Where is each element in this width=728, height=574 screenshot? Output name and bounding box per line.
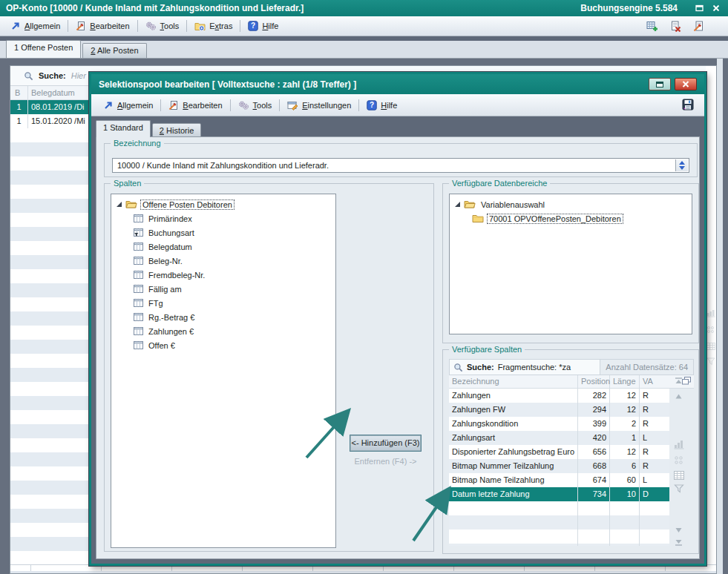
cell-empty bbox=[578, 544, 610, 546]
columns-icon bbox=[134, 326, 143, 336]
cell-laenge: 1 bbox=[610, 431, 640, 445]
spinner-down-icon[interactable] bbox=[679, 166, 685, 170]
tree-node-beleg-nr-label: Beleg-Nr. bbox=[146, 256, 185, 266]
spalten-row-disponierter-zahlungsbetrag-euro[interactable]: Disponierter Zahlungsbetrag Euro65612R bbox=[449, 445, 669, 459]
tree-node-ftg[interactable]: FTg bbox=[111, 296, 335, 310]
cell-laenge: 60 bbox=[610, 473, 640, 487]
column-header-laenge[interactable]: Länge bbox=[610, 375, 640, 388]
column-header-position[interactable]: Position bbox=[578, 375, 610, 388]
columns-icon bbox=[134, 298, 143, 308]
hinzufuegen-button[interactable]: <- Hinzufügen (F3) bbox=[350, 435, 422, 452]
gears-icon bbox=[238, 100, 249, 110]
dots-grid-icon[interactable] bbox=[674, 455, 684, 467]
menu-tools[interactable]: Tools bbox=[140, 19, 186, 33]
posten-row-belegdatum: 08.01.2019 /Di bbox=[31, 102, 85, 111]
window-restore-button[interactable] bbox=[693, 3, 706, 14]
dialog-restore-button[interactable] bbox=[649, 78, 671, 90]
tree-node-variablenauswahl-label: Variablenauswahl bbox=[479, 199, 547, 210]
menu-hilfe[interactable]: ?Hilfe bbox=[242, 19, 284, 33]
column-header-va[interactable]: VA bbox=[640, 375, 668, 388]
spalten-row-bitmap-nummer-teilzahlung[interactable]: Bitmap Nummer Teilzahlung6686R bbox=[449, 459, 669, 473]
menu-allgemein[interactable]: Allgemein bbox=[4, 19, 66, 33]
cell-bezeichnung: Zahlungen bbox=[449, 389, 578, 403]
expand-icon[interactable] bbox=[116, 201, 122, 208]
table-icon[interactable] bbox=[674, 470, 684, 482]
cell-empty bbox=[610, 515, 640, 530]
expand-icon[interactable] bbox=[454, 201, 461, 208]
dialog-menu-einstellungen[interactable]: Einstellungen bbox=[281, 98, 357, 113]
dialog-close-button[interactable] bbox=[675, 78, 697, 90]
scroll-up-icon[interactable] bbox=[674, 393, 683, 402]
scroll-down-icon[interactable] bbox=[674, 527, 683, 535]
cell-position: 734 bbox=[578, 487, 610, 501]
tree-node-beleg-nr[interactable]: Beleg-Nr. bbox=[111, 254, 335, 268]
tree-node-fremdbeleg-nr[interactable]: Fremdbeleg-Nr. bbox=[111, 268, 335, 282]
spinner-up-icon[interactable] bbox=[679, 161, 685, 165]
tab-alle-posten[interactable]: 2 Alle Posten bbox=[82, 43, 146, 58]
spalten-row-zahlungskondition[interactable]: Zahlungskondition3992R bbox=[449, 417, 669, 431]
tree-node-rg-betrag[interactable]: Rg.-Betrag € bbox=[111, 310, 335, 324]
bottom-stripe bbox=[10, 571, 716, 573]
spalten-row-zahlungen-fw[interactable]: Zahlungen FW29412R bbox=[449, 403, 669, 417]
tab-offene-posten[interactable]: 1 Offene Posten bbox=[6, 40, 81, 58]
datenbereiche-tree[interactable]: Variablenauswahl70001 OPVOffenePosten_De… bbox=[449, 194, 692, 334]
cell-bezeichnung: Datum letzte Zahlung bbox=[449, 487, 578, 501]
funnel-icon[interactable] bbox=[706, 357, 715, 367]
dialog-menu-allgemein[interactable]: Allgemein bbox=[97, 98, 159, 113]
chart-icon[interactable] bbox=[706, 309, 715, 319]
save-button[interactable] bbox=[682, 99, 698, 112]
dialog-menu-tools[interactable]: Tools bbox=[232, 98, 278, 113]
document-delete-button[interactable] bbox=[670, 21, 681, 32]
tree-node-primärindex[interactable]: Primärindex bbox=[111, 211, 335, 225]
column-header-b[interactable]: B bbox=[15, 88, 20, 97]
combo-spinner[interactable] bbox=[675, 159, 688, 171]
tree-node-zahlungen[interactable]: Zahlungen € bbox=[111, 324, 335, 338]
table-add-button[interactable] bbox=[646, 21, 658, 32]
menu-bearbeiten[interactable]: Bearbeiten bbox=[70, 19, 135, 33]
dialog-tab-standard[interactable]: 1 Standard bbox=[96, 120, 151, 137]
tree-node-buchungsart[interactable]: Buchungsart bbox=[111, 225, 335, 240]
scroll-top-icon[interactable] bbox=[674, 377, 683, 386]
dialog-menu-hilfe[interactable]: ?Hilfe bbox=[361, 98, 403, 113]
tree-node-belegdatum[interactable]: Belegdatum bbox=[111, 240, 335, 254]
tree-node-70001-opvoffeneposten-debitoren-label: 70001 OPVOffenePosten_Debitoren bbox=[487, 214, 623, 224]
column-header-bezeichnung[interactable]: Bezeichnung bbox=[449, 375, 578, 388]
spalten-row-datum-letzte-zahlung[interactable]: Datum letzte Zahlung73410D bbox=[449, 487, 669, 501]
window-close-button[interactable] bbox=[709, 3, 722, 14]
columns-icon bbox=[134, 214, 143, 223]
tree-node-offen[interactable]: Offen € bbox=[111, 338, 335, 352]
svg-text:?: ? bbox=[370, 101, 374, 109]
tree-node-variablenauswahl[interactable]: Variablenauswahl bbox=[450, 197, 692, 211]
menu-extras[interactable]: Extras bbox=[188, 19, 238, 33]
cell-va: D bbox=[640, 487, 669, 501]
columns-icon bbox=[134, 270, 143, 280]
funnel-icon[interactable] bbox=[674, 484, 684, 495]
column-divider bbox=[524, 565, 525, 571]
tree-node-70001-opvoffeneposten-debitoren[interactable]: 70001 OPVOffenePosten_Debitoren bbox=[450, 211, 692, 225]
spalten-tree[interactable]: Offene Posten DebitorenPrimärindexBuchun… bbox=[111, 194, 336, 548]
spalten-search-bar[interactable]: Suche: Fragmentsuche: *za Anzahl Datensä… bbox=[449, 359, 694, 375]
scroll-bottom-icon[interactable] bbox=[674, 538, 683, 548]
column-header-belegdatum[interactable]: Belegdatum bbox=[31, 88, 75, 97]
chart-icon[interactable] bbox=[674, 439, 684, 451]
cell-empty bbox=[640, 501, 669, 515]
tree-node-fremdbeleg-nr-label: Fremdbeleg-Nr. bbox=[146, 270, 207, 280]
dialog-menu-bearbeiten[interactable]: Bearbeiten bbox=[163, 98, 228, 113]
dots-grid-icon[interactable] bbox=[706, 326, 715, 336]
bezeichnung-combo[interactable]: 10000 / Kunde Inland mit Zahlungskonditi… bbox=[112, 158, 689, 173]
cell-empty bbox=[610, 501, 640, 515]
tree-node-fällig-am[interactable]: Fällig am bbox=[111, 282, 335, 296]
spalten-row-zahlungen[interactable]: Zahlungen28212R bbox=[449, 389, 669, 403]
columns-icon bbox=[134, 242, 143, 251]
columns-icon bbox=[134, 256, 143, 265]
spalten-row-zahlungsart[interactable]: Zahlungsart4201L bbox=[449, 431, 669, 445]
restore-icon bbox=[695, 4, 704, 12]
document-edit-button[interactable] bbox=[693, 21, 704, 32]
spalten-row-bitmap-name-teilzahlung[interactable]: Bitmap Name Teilzahlung67460L bbox=[449, 473, 669, 487]
cell-bezeichnung: Bitmap Name Teilzahlung bbox=[449, 473, 578, 487]
table-icon[interactable] bbox=[706, 342, 715, 352]
bezeichnung-group: Bezeichnung 10000 / Kunde Inland mit Zah… bbox=[104, 143, 698, 177]
dialog-tab-historie[interactable]: 2 Historie bbox=[152, 123, 201, 137]
tree-node-offene-posten-debitoren[interactable]: Offene Posten Debitoren bbox=[111, 197, 335, 211]
menu-item-label: Bearbeiten bbox=[183, 101, 222, 110]
